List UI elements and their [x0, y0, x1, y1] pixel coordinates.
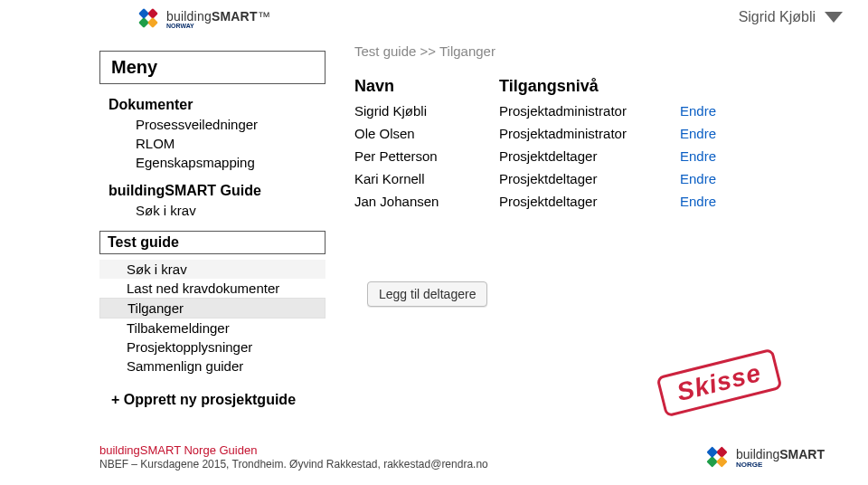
cell-level: Prosjektdeltager — [499, 167, 680, 190]
bs-logo-icon — [703, 443, 731, 471]
svg-rect-1 — [138, 17, 149, 28]
menu-item-last-ned[interactable]: Last ned kravdokumenter — [99, 279, 326, 298]
header: buildingSMART™ NORWAY Sigrid Kjøbli — [0, 0, 868, 43]
footer-brand-text: buildingSMART — [736, 447, 825, 461]
main-content: Test guide >> Tilganger Navn Tilgangsniv… — [354, 43, 825, 307]
menu-title: Meny — [99, 51, 326, 84]
table-header: Navn Tilgangsnivå — [354, 73, 825, 100]
menu-item-tilbakemeldinger[interactable]: Tilbakemeldinger — [99, 319, 326, 338]
brand-text: buildingSMART™ — [166, 9, 270, 24]
col-header-level: Tilgangsnivå — [499, 73, 680, 100]
edit-link[interactable]: Endre — [680, 100, 825, 122]
footer-logo: buildingSMART NORGE — [703, 443, 825, 471]
footer: buildingSMART Norge Guiden NBEF – Kursda… — [99, 443, 488, 472]
sidebar: Meny Dokumenter Prosessveiledninger RLOM… — [99, 51, 326, 408]
breadcrumb: Test guide >> Tilganger — [354, 43, 825, 59]
svg-rect-2 — [138, 8, 149, 19]
cell-name: Ole Olsen — [354, 122, 499, 145]
cell-name: Jan Johansen — [354, 190, 499, 213]
menu-item-sammenlign[interactable]: Sammenlign guider — [99, 357, 326, 376]
menu-item-tilganger[interactable]: Tilganger — [99, 298, 326, 319]
edit-link[interactable]: Endre — [680, 190, 825, 213]
svg-rect-6 — [706, 446, 718, 458]
cell-level: Prosjektdeltager — [499, 145, 680, 167]
menu-item-prosessveiledninger[interactable]: Prosessveiledninger — [108, 115, 326, 134]
menu-item-rlom[interactable]: RLOM — [108, 134, 326, 153]
bs-logo-icon — [136, 5, 161, 31]
edit-link[interactable]: Endre — [680, 145, 825, 167]
cell-name: Kari Kornell — [354, 167, 499, 190]
menu-heading-testguide[interactable]: Test guide — [99, 231, 326, 254]
menu-item-egenskapsmapping[interactable]: Egenskapsmapping — [108, 153, 326, 172]
cell-level: Prosjektadministrator — [499, 122, 680, 145]
col-header-name: Navn — [354, 73, 499, 100]
table-row: Per Petterson Prosjektdeltager Endre — [354, 145, 825, 167]
table-row: Kari Kornell Prosjektdeltager Endre — [354, 167, 825, 190]
cell-name: Per Petterson — [354, 145, 499, 167]
svg-rect-4 — [716, 446, 728, 458]
access-table: Navn Tilgangsnivå Sigrid Kjøbli Prosjekt… — [354, 73, 825, 213]
menu-group-dokumenter: Dokumenter Prosessveiledninger RLOM Egen… — [99, 95, 326, 172]
chevron-down-icon — [825, 12, 843, 23]
edit-link[interactable]: Endre — [680, 167, 825, 190]
menu-item-sok-i-krav-2[interactable]: Søk i krav — [99, 260, 326, 279]
add-participants-button[interactable]: Legg til deltagere — [367, 281, 487, 307]
svg-rect-0 — [147, 8, 158, 19]
table-row: Sigrid Kjøbli Prosjektadministrator Endr… — [354, 100, 825, 122]
svg-rect-3 — [147, 17, 158, 28]
cell-level: Prosjektdeltager — [499, 190, 680, 213]
menu-item-prosjektopplysninger[interactable]: Prosjektopplysninger — [99, 338, 326, 357]
cell-name: Sigrid Kjøbli — [354, 100, 499, 122]
create-new-guide[interactable]: + Opprett ny prosjektguide — [99, 392, 326, 408]
draft-stamp: Skisse — [656, 348, 783, 418]
user-menu[interactable]: Sigrid Kjøbli — [739, 9, 843, 25]
menu-heading-dokumenter[interactable]: Dokumenter — [108, 95, 326, 115]
table-row: Jan Johansen Prosjektdeltager Endre — [354, 190, 825, 213]
cell-level: Prosjektadministrator — [499, 100, 680, 122]
user-name: Sigrid Kjøbli — [739, 9, 816, 25]
edit-link[interactable]: Endre — [680, 122, 825, 145]
menu-item-sok-i-krav-1[interactable]: Søk i krav — [108, 201, 326, 220]
menu-group-bsguide: buildingSMART Guide Søk i krav — [99, 181, 326, 220]
footer-sub: NBEF – Kursdagene 2015, Trondheim. Øyvin… — [99, 458, 488, 472]
menu-heading-bsguide[interactable]: buildingSMART Guide — [108, 181, 326, 201]
footer-title: buildingSMART Norge Guiden — [99, 443, 488, 459]
table-row: Ole Olsen Prosjektadministrator Endre — [354, 122, 825, 145]
svg-rect-7 — [716, 456, 728, 468]
svg-rect-5 — [706, 456, 718, 468]
